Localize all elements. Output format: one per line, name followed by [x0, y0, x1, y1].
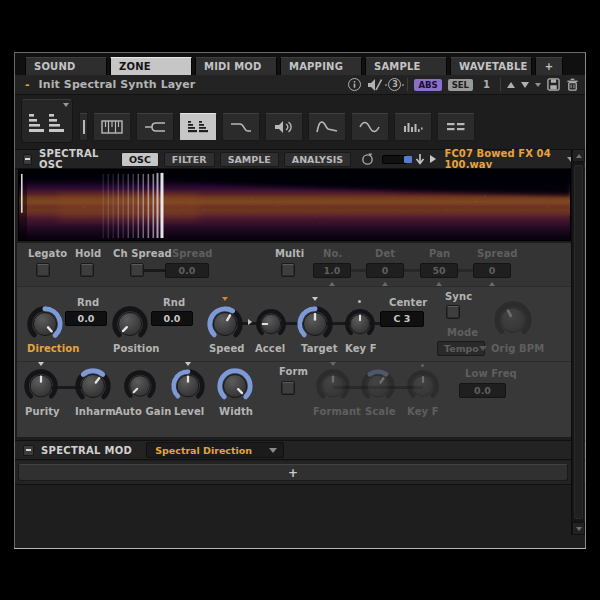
- multi-checkbox[interactable]: [281, 263, 295, 277]
- rnd-position-field[interactable]: 0.0: [151, 311, 193, 326]
- envelope-button[interactable]: [308, 113, 346, 141]
- mute-icon[interactable]: [367, 78, 382, 92]
- separator-button[interactable]: [79, 113, 88, 141]
- tab-sample[interactable]: SAMPLE: [365, 57, 447, 75]
- collapse-section-icon[interactable]: [23, 154, 32, 165]
- preview-volume-slider[interactable]: [382, 155, 407, 164]
- center-field[interactable]: C 3: [380, 311, 424, 327]
- rnd-direction-field[interactable]: 0.0: [65, 311, 107, 326]
- move-down-icon[interactable]: [521, 82, 529, 88]
- multi-no-label: No.: [323, 248, 342, 259]
- tune-button[interactable]: [136, 113, 174, 141]
- tab-add-button[interactable]: +: [535, 57, 563, 75]
- level-knob[interactable]: [170, 368, 206, 404]
- hold-checkbox[interactable]: [80, 263, 94, 277]
- tab-midi-mod[interactable]: MIDI MOD: [195, 57, 277, 75]
- low-freq-field[interactable]: 0.0: [459, 383, 506, 398]
- vertical-scrollbar[interactable]: [571, 149, 584, 535]
- sel-badge[interactable]: SEL: [448, 79, 473, 91]
- subtab-filter[interactable]: FILTER: [164, 152, 215, 167]
- position-knob[interactable]: [111, 305, 149, 343]
- spectral-knob-row-2: Purity Inharm Auto Gain Level Width Form…: [17, 361, 571, 437]
- step-modulator-button[interactable]: [394, 113, 432, 141]
- filter-icon: [229, 119, 253, 135]
- legato-checkbox[interactable]: [36, 263, 50, 277]
- sample-name[interactable]: FC07 Bowed FX 04 100.wav: [444, 148, 567, 170]
- tab-wavetable[interactable]: WAVETABLE: [450, 57, 532, 75]
- spread-field[interactable]: 0.0: [165, 263, 209, 278]
- add-module-button[interactable]: +: [18, 464, 568, 481]
- sync-label: Sync: [445, 291, 472, 302]
- info-icon[interactable]: [348, 78, 361, 91]
- subtab-sample[interactable]: SAMPLE: [220, 152, 279, 167]
- envelope-icon: [315, 119, 339, 135]
- spectrogram[interactable]: [18, 169, 571, 241]
- orig-bpm-knob[interactable]: [493, 300, 533, 340]
- multi-spread-field[interactable]: 0: [473, 263, 511, 278]
- ch-spread-checkbox[interactable]: [130, 263, 144, 277]
- speed-knob[interactable]: [206, 305, 244, 343]
- step-modulator-icon: [401, 119, 425, 135]
- subtab-analysis[interactable]: ANALYSIS: [284, 152, 351, 167]
- mode-dropdown[interactable]: Tempo: [437, 341, 485, 356]
- direction-knob[interactable]: [26, 305, 64, 343]
- inharm-knob[interactable]: [74, 367, 112, 405]
- slider-handle[interactable]: [404, 156, 412, 163]
- width-knob[interactable]: [216, 367, 254, 405]
- amplifier-icon: [272, 119, 296, 135]
- abs-badge[interactable]: ABS: [414, 79, 441, 91]
- spectral-osc-button[interactable]: [179, 113, 217, 141]
- lfo-button[interactable]: [351, 113, 389, 141]
- speed-label: Speed: [209, 343, 245, 354]
- target-knob[interactable]: [296, 305, 334, 343]
- keyf-knob[interactable]: [344, 308, 376, 340]
- inharm-label: Inharm: [75, 406, 116, 417]
- import-arrow-icon[interactable]: [415, 153, 425, 165]
- multi-pan-field[interactable]: 50: [420, 263, 458, 278]
- formant-knob[interactable]: [315, 368, 351, 404]
- keyf-label: Key F: [345, 343, 377, 354]
- quick-control-icon[interactable]: 3: [388, 78, 401, 91]
- form-checkbox[interactable]: [281, 381, 295, 395]
- matrix-button[interactable]: [437, 113, 475, 141]
- tab-sound[interactable]: SOUND: [25, 57, 107, 75]
- connector: [404, 269, 420, 272]
- zone-count: 1: [479, 79, 494, 90]
- sync-checkbox[interactable]: [446, 305, 460, 319]
- amplifier-button[interactable]: [265, 113, 303, 141]
- spectral-mod-dropdown[interactable]: Spectral Direction: [146, 442, 284, 458]
- keyf2-knob[interactable]: [406, 369, 440, 403]
- collapse-dash[interactable]: -: [25, 78, 30, 91]
- loop-icon[interactable]: [361, 153, 374, 166]
- keyboard-button[interactable]: [93, 113, 131, 141]
- multi-det-field[interactable]: 0: [366, 263, 404, 278]
- layer-display-button[interactable]: [21, 99, 73, 143]
- collapse-section-icon[interactable]: [23, 445, 34, 456]
- osc-parameter-panel: Legato Hold Ch Spread Spread 0.0 Multi N…: [17, 243, 571, 437]
- keyf2-label: Key F: [407, 406, 439, 417]
- move-up-icon[interactable]: [507, 82, 515, 88]
- tab-zone[interactable]: ZONE: [110, 57, 192, 75]
- scrollbar-thumb[interactable]: [574, 165, 583, 519]
- scroll-down-button[interactable]: [572, 522, 585, 535]
- scroll-up-button[interactable]: [572, 149, 585, 162]
- play-icon[interactable]: [430, 155, 436, 163]
- accel-knob[interactable]: [255, 308, 287, 340]
- formant-marker-icon: [330, 362, 336, 366]
- tab-mapping[interactable]: MAPPING: [280, 57, 362, 75]
- scroll-down-icon: [576, 527, 582, 531]
- auto-gain-knob[interactable]: [123, 369, 157, 403]
- tune-icon: [143, 119, 167, 135]
- spectral-osc-title: SPECTRAL OSC: [39, 148, 107, 170]
- purity-knob[interactable]: [23, 368, 59, 404]
- purity-label: Purity: [25, 406, 60, 417]
- subtab-osc[interactable]: OSC: [121, 152, 159, 167]
- chevron-down-icon: [63, 103, 69, 107]
- filter-button[interactable]: [222, 113, 260, 141]
- save-icon[interactable]: [547, 78, 560, 91]
- layer-title: Init Spectral Synth Layer: [39, 78, 196, 91]
- chevron-down-icon[interactable]: [535, 83, 541, 87]
- scale-knob[interactable]: [360, 368, 396, 404]
- trash-icon[interactable]: [566, 78, 579, 91]
- multi-no-field[interactable]: 1.0: [313, 263, 351, 278]
